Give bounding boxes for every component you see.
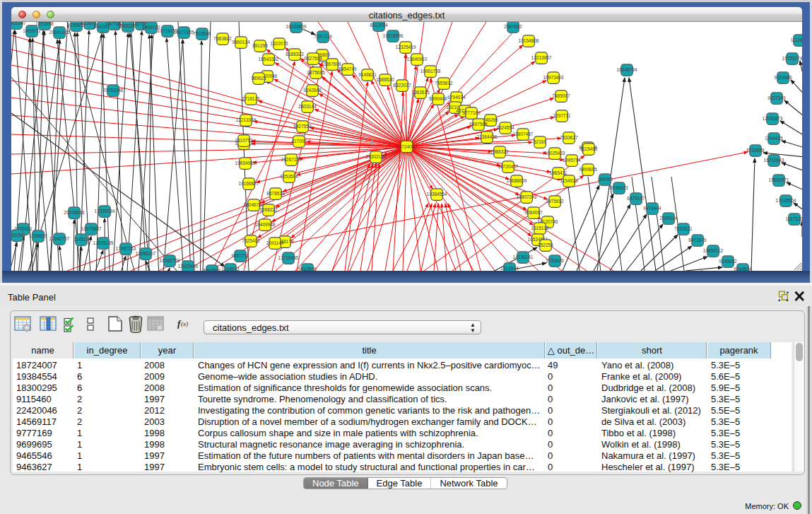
svg-text:19654983: 19654983 — [235, 160, 256, 165]
svg-text:3698222: 3698222 — [259, 207, 278, 212]
svg-text:1253594: 1253594 — [280, 174, 298, 179]
svg-text:9899695: 9899695 — [579, 167, 597, 172]
svg-text:(x): (x) — [181, 320, 188, 327]
svg-text:7357224: 7357224 — [314, 34, 332, 39]
svg-text:8322037: 8322037 — [393, 83, 411, 88]
svg-text:9146821: 9146821 — [358, 72, 377, 77]
svg-text:16671355: 16671355 — [174, 30, 194, 35]
svg-text:1095794: 1095794 — [563, 158, 581, 163]
svg-text:23302155: 23302155 — [366, 154, 387, 159]
svg-text:17957253: 17957253 — [116, 246, 136, 251]
svg-text:1691144: 1691144 — [266, 240, 284, 245]
svg-text:10961758: 10961758 — [420, 69, 441, 74]
svg-text:10973493: 10973493 — [543, 75, 564, 80]
svg-text:9857791: 9857791 — [231, 253, 249, 258]
svg-text:10975887: 10975887 — [81, 226, 102, 231]
svg-text:20206536: 20206536 — [64, 210, 85, 215]
svg-text:8990448: 8990448 — [429, 96, 447, 101]
svg-text:13640910: 13640910 — [407, 57, 428, 62]
svg-text:1154923: 1154923 — [560, 178, 578, 183]
svg-text:2687682: 2687682 — [504, 24, 522, 29]
svg-text:1733426: 1733426 — [546, 258, 564, 263]
svg-text:15751074: 15751074 — [782, 56, 802, 61]
svg-text:20691406: 20691406 — [49, 30, 70, 35]
svg-text:20053346: 20053346 — [103, 88, 124, 93]
svg-text:164095: 164095 — [597, 177, 613, 182]
svg-text:19384554: 19384554 — [427, 192, 447, 197]
svg-text:10688609: 10688609 — [507, 178, 527, 183]
svg-text:16210643: 16210643 — [764, 158, 784, 163]
svg-text:9115460: 9115460 — [580, 146, 598, 151]
svg-text:8678533: 8678533 — [266, 191, 285, 196]
svg-text:7663822: 7663822 — [213, 36, 232, 41]
svg-text:13716485: 13716485 — [278, 255, 299, 260]
svg-text:10154808: 10154808 — [519, 38, 539, 43]
svg-text:8938923: 8938923 — [610, 185, 628, 190]
svg-text:1965411: 1965411 — [550, 170, 567, 175]
svg-text:1975692: 1975692 — [546, 199, 564, 204]
svg-text:8454749: 8454749 — [339, 66, 357, 71]
svg-text:12505135: 12505135 — [93, 240, 114, 245]
svg-text:1112833: 1112833 — [791, 37, 802, 42]
svg-text:15720407: 15720407 — [498, 164, 519, 169]
svg-text:8186323: 8186323 — [286, 52, 304, 57]
svg-text:9329966: 9329966 — [774, 75, 792, 80]
svg-text:12213369: 12213369 — [236, 117, 257, 122]
svg-text:10025433: 10025433 — [545, 151, 565, 156]
svg-text:1805340: 1805340 — [11, 22, 25, 25]
svg-text:12093873: 12093873 — [763, 116, 783, 121]
svg-text:1167531: 1167531 — [786, 216, 802, 221]
svg-text:9474444: 9474444 — [643, 206, 661, 211]
svg-text:10807487: 10807487 — [513, 132, 534, 136]
svg-text:891295: 891295 — [252, 43, 268, 48]
svg-text:3624554: 3624554 — [496, 125, 514, 130]
svg-text:1244415: 1244415 — [765, 136, 783, 141]
svg-text:1588520: 1588520 — [376, 77, 394, 82]
svg-text:1405571: 1405571 — [23, 28, 41, 33]
svg-text:252254: 252254 — [538, 243, 553, 247]
svg-text:16648784: 16648784 — [617, 67, 637, 72]
svg-text:16782759: 16782759 — [160, 258, 180, 263]
svg-text:8813054: 8813054 — [370, 23, 388, 28]
svg-text:16543382: 16543382 — [259, 57, 279, 62]
svg-text:12942757: 12942757 — [49, 236, 70, 241]
svg-text:10958107: 10958107 — [136, 251, 156, 256]
svg-text:1156829: 1156829 — [30, 233, 47, 238]
svg-text:9242848: 9242848 — [303, 88, 322, 93]
svg-text:7485007: 7485007 — [552, 93, 570, 98]
svg-text:7533627: 7533627 — [560, 135, 578, 140]
svg-text:12923446: 12923446 — [178, 264, 199, 269]
svg-text:1362615: 1362615 — [411, 90, 430, 95]
svg-text:14136141: 14136141 — [513, 255, 534, 259]
svg-text:9327508: 9327508 — [304, 56, 322, 61]
svg-text:17359934: 17359934 — [95, 209, 115, 214]
svg-text:6479197: 6479197 — [627, 196, 645, 201]
svg-text:1513544: 1513544 — [500, 266, 519, 271]
svg-text:39154: 39154 — [11, 233, 23, 238]
svg-text:18267130: 18267130 — [281, 157, 302, 162]
svg-text:1322075: 1322075 — [270, 41, 288, 46]
svg-text:7986322: 7986322 — [490, 149, 509, 154]
svg-text:7955812: 7955812 — [435, 81, 453, 86]
svg-text:1297711: 1297711 — [553, 113, 571, 118]
svg-text:2803144: 2803144 — [298, 104, 317, 109]
svg-text:9660124: 9660124 — [232, 40, 250, 45]
svg-text:6794024: 6794024 — [447, 95, 466, 100]
svg-text:18807249: 18807249 — [517, 194, 537, 199]
svg-text:8215958: 8215958 — [746, 148, 765, 153]
svg-text:21364436: 21364436 — [477, 134, 498, 139]
svg-text:3875685: 3875685 — [307, 70, 325, 75]
svg-text:7625402: 7625402 — [242, 238, 260, 243]
svg-text:417006: 417006 — [291, 139, 307, 144]
svg-text:7632621: 7632621 — [674, 226, 693, 231]
svg-text:1615132: 1615132 — [531, 226, 549, 230]
svg-text:62160: 62160 — [534, 139, 546, 144]
svg-text:1810753: 1810753 — [235, 138, 253, 143]
svg-text:12213967: 12213967 — [531, 55, 552, 60]
svg-text:9245652: 9245652 — [719, 259, 737, 264]
svg-text:10654112: 10654112 — [703, 248, 724, 253]
svg-text:9227349: 9227349 — [767, 95, 786, 100]
svg-text:12325419: 12325419 — [396, 45, 416, 49]
svg-text:9777169: 9777169 — [462, 110, 481, 115]
svg-text:2867608: 2867608 — [323, 62, 341, 66]
